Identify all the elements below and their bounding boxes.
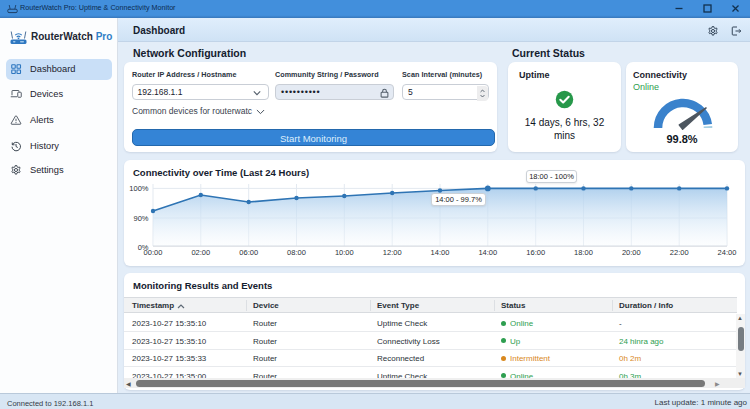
svg-text:100%: 100% [129,184,149,193]
svg-text:08:00: 08:00 [287,248,306,257]
svg-text:20:00: 20:00 [622,248,641,257]
svg-text:00:00: 00:00 [144,248,163,257]
svg-text:24:00: 24:00 [718,248,737,257]
svg-text:16:00: 16:00 [526,248,545,257]
svg-text:14:00: 14:00 [478,248,497,257]
svg-text:90%: 90% [133,214,148,223]
svg-text:14:00: 14:00 [431,248,450,257]
svg-text:12:00: 12:00 [383,248,402,257]
svg-text:22:00: 22:00 [670,248,689,257]
svg-text:18:00: 18:00 [574,248,593,257]
svg-text:10:00: 10:00 [335,248,354,257]
svg-text:06:00: 06:00 [239,248,258,257]
svg-text:02:00: 02:00 [191,248,210,257]
